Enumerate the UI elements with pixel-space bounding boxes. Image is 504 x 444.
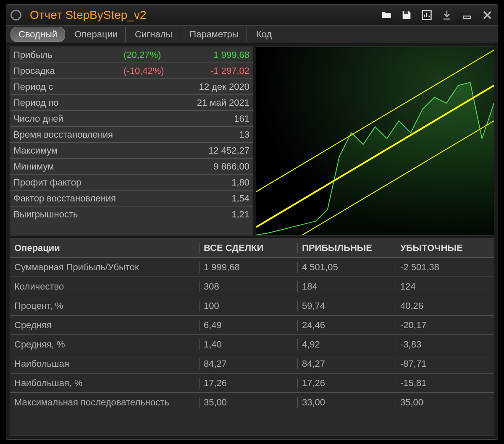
ops-cell: -2 501,38 [396, 262, 494, 273]
ops-header-cell: ВСЕ СДЕЛКИ [199, 243, 297, 253]
ops-cell: -87,71 [396, 358, 494, 369]
ops-cell: 84,27 [199, 358, 297, 369]
ops-cell: 84,27 [297, 358, 396, 369]
minimize-icon[interactable] [461, 9, 473, 21]
top-row: Прибыль(20,27%)1 999,68Просадка(-10,42%)… [10, 47, 494, 235]
summary-label: Фактор восстановления [13, 193, 123, 204]
summary-row: Фактор восстановления1,54 [10, 191, 253, 206]
tab-параметры[interactable]: Параметры [182, 27, 247, 42]
summary-pct: (20,27%) [123, 50, 186, 60]
summary-row: Число дней161 [10, 111, 253, 127]
tab-операции[interactable]: Операции [67, 27, 126, 42]
report-window: Отчет StepByStep_v2 СводныйОперацииСигна… [6, 4, 498, 440]
ops-cell: -15,81 [396, 378, 494, 389]
ops-cell: Наибольшая, % [10, 378, 199, 389]
ops-cell: Средняя, % [10, 339, 199, 350]
ops-cell: -3,83 [396, 339, 494, 350]
ops-cell: 124 [396, 281, 494, 292]
ops-cell: Суммарная Прибыль/Убыток [10, 262, 199, 273]
tab-сводный[interactable]: Сводный [10, 27, 65, 42]
summary-value: 12 452,27 [186, 145, 249, 156]
ops-row: Наибольшая, %17,2617,26-15,81 [10, 373, 494, 393]
summary-label: Число дней [13, 113, 123, 124]
ops-cell: Наибольшая [10, 358, 199, 369]
close-icon[interactable] [481, 9, 494, 21]
summary-row: Выигрышность1,21 [10, 206, 253, 222]
ops-cell: 308 [199, 281, 297, 292]
ops-row: Максимальная последовательность35,0033,0… [10, 393, 494, 412]
summary-row: Период по21 май 2021 [10, 95, 253, 111]
summary-label: Период по [13, 97, 123, 108]
summary-value: 1,80 [186, 177, 249, 188]
summary-label: Прибыль [13, 50, 123, 60]
summary-row: Просадка(-10,42%)-1 297,02 [10, 63, 253, 79]
ops-cell: 1 999,68 [199, 262, 297, 273]
chart-settings-icon[interactable] [420, 9, 433, 21]
ops-row: Средняя, %1,404,92-3,83 [10, 335, 494, 354]
content-area: Прибыль(20,27%)1 999,68Просадка(-10,42%)… [6, 43, 498, 439]
operations-table: ОперацииВСЕ СДЕЛКИПРИБЫЛЬНЫЕУБЫТОЧНЫЕСум… [10, 238, 494, 436]
open-folder-icon[interactable] [380, 9, 393, 21]
summary-row: Период с12 дек 2020 [10, 79, 253, 95]
ops-cell: 40,26 [396, 300, 494, 311]
ops-cell: 59,74 [297, 300, 396, 311]
ops-cell: 100 [199, 300, 297, 311]
ops-row: Процент, %10059,7440,26 [10, 296, 494, 316]
ops-cell: 6,49 [199, 320, 297, 331]
summary-label: Время восстановления [13, 129, 123, 140]
ops-cell: 24,46 [297, 320, 396, 331]
app-icon [10, 10, 21, 21]
summary-label: Просадка [13, 65, 123, 76]
svg-rect-0 [404, 11, 408, 14]
summary-value: 1,21 [186, 209, 249, 220]
save-icon[interactable] [400, 9, 413, 21]
summary-value: 13 [186, 129, 249, 140]
ops-cell: 184 [297, 281, 396, 292]
summary-pct: (-10,42%) [123, 65, 186, 76]
ops-header-cell: УБЫТОЧНЫЕ [396, 243, 494, 253]
ops-cell: 4,92 [297, 339, 396, 350]
summary-label: Минимум [13, 161, 123, 172]
summary-row: Минимум9 866,00 [10, 159, 253, 175]
window-title: Отчет StepByStep_v2 [30, 8, 380, 22]
summary-row: Время восстановления13 [10, 127, 253, 143]
summary-row: Профит фактор1,80 [10, 175, 253, 191]
tab-код[interactable]: Код [249, 27, 279, 42]
ops-cell: 35,00 [396, 397, 494, 408]
summary-value: 12 дек 2020 [186, 81, 249, 92]
ops-row: Наибольшая84,2784,27-87,71 [10, 354, 494, 373]
ops-cell: 4 501,05 [297, 262, 396, 273]
summary-row: Максимум12 452,27 [10, 143, 253, 159]
ops-cell: Максимальная последовательность [10, 397, 199, 408]
ops-cell: Количество [10, 281, 199, 292]
ops-header-row: ОперацииВСЕ СДЕЛКИПРИБЫЛЬНЫЕУБЫТОЧНЫЕ [10, 238, 494, 258]
summary-label: Максимум [13, 145, 123, 156]
ops-cell: Средняя [10, 320, 199, 331]
titlebar: Отчет StepByStep_v2 [6, 5, 498, 26]
ops-row: Количество308184124 [10, 277, 494, 296]
titlebar-actions [380, 9, 494, 21]
ops-cell: Процент, % [10, 300, 199, 311]
summary-label: Период с [13, 81, 123, 92]
summary-table: Прибыль(20,27%)1 999,68Просадка(-10,42%)… [10, 47, 253, 235]
summary-value: 9 866,00 [186, 161, 249, 172]
summary-value: -1 297,02 [186, 65, 249, 76]
svg-rect-2 [464, 16, 470, 18]
tab-сигналы[interactable]: Сигналы [127, 27, 180, 42]
summary-value: 1 999,68 [186, 50, 249, 60]
ops-header-cell: Операции [10, 243, 199, 253]
ops-row: Суммарная Прибыль/Убыток1 999,684 501,05… [10, 258, 494, 277]
ops-cell: 35,00 [199, 397, 297, 408]
ops-cell: 17,26 [297, 378, 396, 389]
download-icon[interactable] [441, 9, 453, 21]
tabs-bar: СводныйОперацииСигналыПараметрыКод [6, 26, 498, 43]
summary-label: Выигрышность [13, 209, 123, 220]
equity-chart [256, 47, 494, 235]
summary-value: 21 май 2021 [186, 97, 249, 108]
summary-row: Прибыль(20,27%)1 999,68 [10, 47, 253, 63]
ops-cell: -20,17 [396, 320, 494, 331]
ops-cell: 1,40 [199, 339, 297, 350]
ops-header-cell: ПРИБЫЛЬНЫЕ [297, 243, 396, 253]
ops-cell: 17,26 [199, 378, 297, 389]
ops-cell: 33,00 [297, 397, 396, 408]
